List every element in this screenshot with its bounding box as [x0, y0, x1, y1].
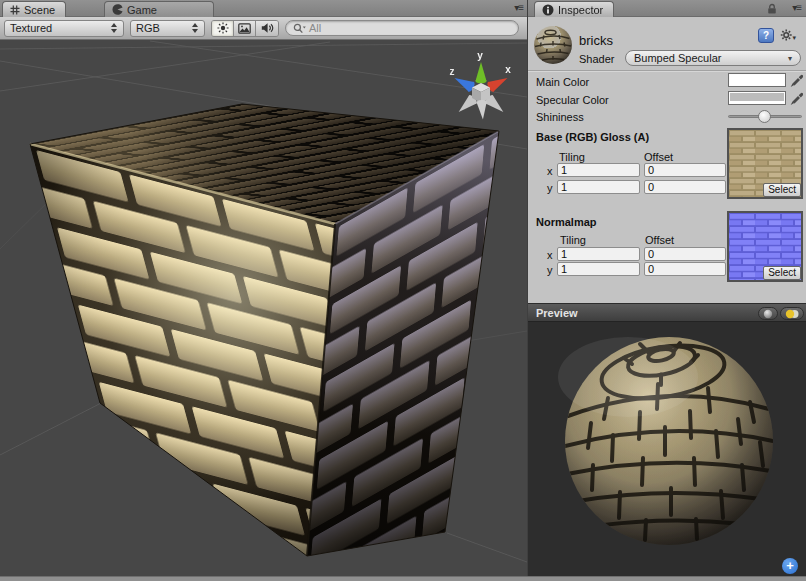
main-color-swatch[interactable] — [728, 73, 786, 87]
inspector-tab-strip: Inspector ▾≡ — [528, 0, 806, 17]
tab-scene-label: Scene — [24, 4, 55, 16]
shininess-slider-handle[interactable] — [758, 110, 771, 123]
sphere-icon — [763, 309, 773, 319]
updown-arrows-icon — [111, 23, 118, 33]
base-texture-select-button[interactable]: Select — [763, 183, 801, 197]
material-preview-thumb[interactable] — [533, 25, 573, 65]
add-button[interactable]: + — [782, 558, 798, 574]
offset-label: Offset — [645, 234, 674, 246]
preview-sphere — [528, 322, 806, 576]
scene-panel: Scene Game ▾≡ Textured RGB — [0, 0, 527, 581]
scene-search-field[interactable]: All — [285, 20, 519, 36]
shader-label: Shader — [579, 53, 614, 65]
preview-title: Preview — [536, 307, 578, 319]
material-sphere-icon — [533, 25, 573, 65]
base-offset-y-input[interactable] — [644, 180, 726, 194]
shininess-label: Shininess — [536, 111, 584, 123]
scene-tab-strip: Scene Game ▾≡ — [0, 0, 527, 17]
normalmap-select-button[interactable]: Select — [763, 266, 801, 280]
separator — [528, 70, 806, 71]
window-bottom-edge — [0, 576, 806, 581]
base-offset-x-input[interactable] — [644, 163, 726, 177]
scene-tab-menu-icon[interactable]: ▾≡ — [514, 2, 523, 13]
chevron-down-icon: ▾ — [788, 54, 792, 63]
shader-dropdown[interactable]: Bumped Specular ▾ — [625, 50, 801, 66]
normal-tiling-x-input[interactable] — [557, 247, 640, 261]
main-color-label: Main Color — [536, 76, 589, 88]
x-row-label: x — [547, 165, 553, 177]
x-row-label: x — [547, 249, 553, 261]
help-icon[interactable]: ? — [758, 28, 774, 43]
tab-game-label: Game — [127, 4, 157, 16]
base-tiling-y-input[interactable] — [557, 180, 640, 194]
material-name: bricks — [579, 33, 613, 48]
preview-area[interactable]: + — [528, 322, 806, 576]
preview-model-button[interactable] — [758, 307, 778, 320]
inspector-tab-menu-icon[interactable]: ▾≡ — [792, 2, 801, 13]
shader-value: Bumped Specular — [634, 52, 721, 64]
y-row-label: y — [547, 182, 553, 194]
tab-inspector[interactable]: Inspector — [534, 1, 614, 17]
gear-caret-icon: ▾ — [792, 34, 796, 42]
base-texture-thumb[interactable]: Select — [727, 128, 803, 199]
light-toggle-icon — [784, 309, 800, 319]
search-icon — [293, 23, 306, 34]
preview-header[interactable]: Preview — [528, 303, 806, 322]
color-mode-value: RGB — [136, 22, 160, 34]
scene-viewport[interactable]: y x z — [0, 40, 527, 576]
game-icon — [112, 4, 123, 15]
inspector-panel: Inspector ▾≡ — [527, 0, 806, 581]
scene-toolbar: Textured RGB All — [0, 17, 527, 40]
normalmap-thumb[interactable]: Select — [727, 211, 803, 282]
tiling-label: Tiling — [559, 151, 585, 163]
base-texture-title: Base (RGB) Gloss (A) — [536, 131, 649, 143]
unity-editor-window: Scene Game ▾≡ Textured RGB — [0, 0, 806, 581]
scene-3d-view: y x z — [0, 40, 527, 576]
base-tiling-x-input[interactable] — [557, 163, 640, 177]
gizmo-axis-y[interactable] — [476, 62, 487, 83]
specular-color-label: Specular Color — [536, 94, 609, 106]
specular-color-swatch[interactable] — [728, 91, 786, 105]
tiling-label: Tiling — [560, 234, 586, 246]
audio-toggle[interactable] — [256, 21, 278, 36]
eyedropper-icon[interactable] — [790, 90, 803, 105]
gizmo-y-label: y — [477, 50, 483, 61]
preview-light-button[interactable] — [780, 307, 804, 320]
eyedropper-icon[interactable] — [790, 72, 803, 87]
normal-offset-y-input[interactable] — [644, 262, 726, 276]
speaker-icon — [261, 22, 274, 34]
normal-offset-x-input[interactable] — [644, 247, 726, 261]
effects-toggle[interactable] — [234, 21, 256, 36]
color-mode-dropdown[interactable]: RGB — [130, 20, 205, 37]
gizmo-z-label: z — [450, 66, 455, 77]
scene-toggle-group — [211, 20, 279, 37]
lighting-toggle[interactable] — [212, 21, 234, 36]
tab-inspector-label: Inspector — [558, 4, 603, 16]
sun-icon — [217, 22, 229, 34]
y-row-label: y — [547, 264, 553, 276]
scene-gizmo[interactable]: y x z — [450, 50, 512, 120]
offset-label: Offset — [644, 151, 673, 163]
gear-icon[interactable]: ▾ — [780, 28, 796, 43]
gizmo-x-label: x — [505, 64, 511, 75]
render-mode-value: Textured — [10, 22, 52, 34]
tab-game[interactable]: Game — [104, 1, 214, 17]
search-placeholder: All — [309, 22, 321, 34]
brick-cube[interactable] — [30, 104, 499, 556]
gizmo-axis-negy[interactable] — [477, 100, 488, 120]
updown-arrows-icon — [192, 23, 199, 33]
info-icon — [542, 4, 554, 16]
normal-tiling-y-input[interactable] — [557, 262, 640, 276]
render-mode-dropdown[interactable]: Textured — [4, 20, 124, 37]
grid-icon — [10, 5, 20, 15]
tab-scene[interactable]: Scene — [2, 1, 66, 17]
image-icon — [238, 23, 251, 34]
lock-icon[interactable] — [766, 3, 778, 15]
normalmap-title: Normalmap — [536, 216, 597, 228]
